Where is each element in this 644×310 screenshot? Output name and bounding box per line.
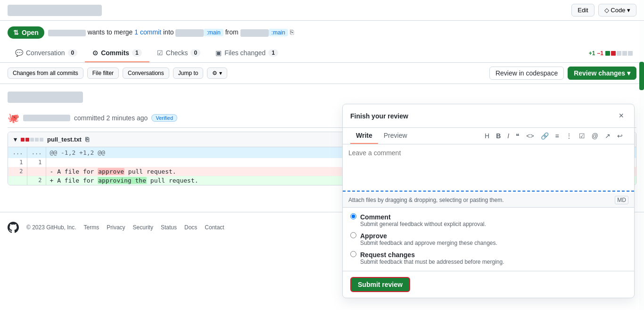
review-codespace-button[interactable]: Review in codespace <box>489 67 564 80</box>
review-tab-write[interactable]: Write <box>350 128 378 144</box>
heading-icon[interactable]: H <box>483 131 491 141</box>
commit-count-link[interactable]: 1 commit <box>134 28 161 36</box>
commits-icon: ⊙ <box>92 49 98 57</box>
review-tabs: Write Preview H B I ❝ <> 🔗 ≡ ⋮ ☑ @ ↗ ↩ <box>343 128 634 144</box>
ref-icon[interactable]: ↗ <box>603 131 612 141</box>
review-options: Comment Submit general feedback without … <box>343 208 634 271</box>
top-bar-right: Edit ◇ Code ▾ <box>571 4 636 17</box>
link-icon[interactable]: 🔗 <box>539 131 551 141</box>
open-icon: ⇅ <box>13 29 19 36</box>
bold-icon[interactable]: B <box>494 131 503 141</box>
italic-icon[interactable]: I <box>505 131 511 141</box>
remove-sq <box>21 138 25 142</box>
open-badge: ⇅ Open <box>8 26 44 39</box>
review-footer: Submit review <box>343 271 634 298</box>
changes-from-button[interactable]: Changes from all commits <box>8 67 83 79</box>
approve-title: Approve <box>360 232 497 240</box>
comment-label[interactable]: Comment Submit general feedback without … <box>360 213 486 227</box>
tab-files-changed[interactable]: ▣ Files changed 1 <box>208 44 286 62</box>
diff-sq-gray-1 <box>617 51 621 56</box>
settings-button[interactable]: ⚙ ▾ <box>207 67 227 79</box>
tab-conversation-label: Conversation <box>26 49 65 57</box>
scroll-thumb[interactable] <box>639 62 644 90</box>
footer-privacy[interactable]: Privacy <box>107 224 125 231</box>
quote-icon[interactable]: ❝ <box>514 131 521 141</box>
review-popup-close[interactable]: × <box>616 110 627 122</box>
pr-meta: wants to merge 1 commit into :main from … <box>48 28 294 36</box>
comment-title: Comment <box>360 213 486 221</box>
edit-button[interactable]: Edit <box>571 4 594 17</box>
copyright-text: © 2023 GitHub, Inc. <box>26 224 76 231</box>
copy-file-icon[interactable]: ⎘ <box>85 136 89 143</box>
review-popup-header: Finish your review × <box>343 104 634 128</box>
hunk-new-num: ... <box>27 147 46 158</box>
tab-commits[interactable]: ⊙ Commits 1 <box>85 44 149 62</box>
tab-files-label: Files changed <box>224 49 265 57</box>
diff-toolbar: Changes from all commits File filter Con… <box>0 63 644 84</box>
tab-checks-badge: 0 <box>190 49 200 57</box>
conversations-button[interactable]: Conversations <box>123 67 169 79</box>
tab-checks-label: Checks <box>166 49 188 57</box>
commit-name-blur <box>23 115 70 121</box>
copy-icon[interactable]: ⎘ <box>290 28 294 36</box>
tab-commits-badge: 1 <box>132 49 142 57</box>
undo-icon[interactable]: ↩ <box>615 131 625 141</box>
review-textarea[interactable] <box>343 144 634 192</box>
removed-old-num: 2 <box>8 167 27 176</box>
author-blur <box>48 30 86 36</box>
file-filter-button[interactable]: File filter <box>87 67 119 79</box>
jump-to-button[interactable]: Jump to <box>173 67 204 79</box>
code-button[interactable]: ◇ Code ▾ <box>598 4 636 17</box>
request-changes-label[interactable]: Request changes Submit feedback that mus… <box>360 251 504 265</box>
comment-radio[interactable] <box>350 213 356 219</box>
review-attach-area: Attach files by dragging & dropping, sel… <box>343 193 634 208</box>
pr-status-row: ⇅ Open wants to merge 1 commit into :mai… <box>0 21 644 44</box>
footer-status[interactable]: Status <box>161 224 177 231</box>
attach-text: Attach files by dragging & dropping, sel… <box>348 197 504 203</box>
wants-to-merge: wants to merge <box>88 28 133 36</box>
review-option-request-changes: Request changes Submit feedback that mus… <box>350 251 627 265</box>
tab-checks[interactable]: ☑ Checks 0 <box>149 44 208 62</box>
tab-conversation-badge: 0 <box>68 49 78 57</box>
approve-label[interactable]: Approve Submit feedback and approve merg… <box>360 232 497 246</box>
review-changes-button[interactable]: Review changes ▾ <box>568 67 636 80</box>
ordered-list-icon[interactable]: ⋮ <box>564 131 574 141</box>
footer-security[interactable]: Security <box>133 224 153 231</box>
tab-commits-label: Commits <box>101 49 129 57</box>
review-tab-preview[interactable]: Preview <box>378 128 413 144</box>
base-branch-tag: :main <box>204 29 223 36</box>
scrollbar[interactable] <box>639 0 644 310</box>
collapse-icon[interactable]: ▾ <box>14 136 17 143</box>
approve-radio[interactable] <box>350 232 356 238</box>
conversation-icon: 💬 <box>15 49 23 57</box>
submit-review-button[interactable]: Submit review <box>350 277 410 292</box>
into-text: into <box>163 28 174 36</box>
footer-docs[interactable]: Docs <box>184 224 197 231</box>
hunk-old-num: ... <box>8 147 27 158</box>
diff-sq-green-1 <box>605 51 610 56</box>
task-list-icon[interactable]: ☑ <box>577 131 587 141</box>
review-popup: Finish your review × Write Preview H B I… <box>342 104 635 298</box>
md-icon: MD <box>615 196 628 204</box>
diff-sq-red-1 <box>611 51 616 56</box>
unordered-list-icon[interactable]: ≡ <box>553 131 561 141</box>
verified-badge: Verified <box>151 114 177 122</box>
head-branch-blur <box>240 29 269 37</box>
tab-conversation[interactable]: 💬 Conversation 0 <box>8 44 85 62</box>
checks-icon: ☑ <box>157 49 163 57</box>
added-old-num <box>8 176 27 185</box>
code-icon[interactable]: <> <box>524 131 536 141</box>
gray-sq3 <box>40 138 43 142</box>
added-new-num: 2 <box>27 176 46 185</box>
footer-contact[interactable]: Contact <box>205 224 224 231</box>
removed-new-num <box>27 167 46 176</box>
remove-sq2 <box>25 138 29 142</box>
request-changes-radio[interactable] <box>350 251 356 257</box>
mention-icon[interactable]: @ <box>590 131 600 141</box>
diff-sq-gray-3 <box>628 51 633 56</box>
from-text: from <box>225 28 239 36</box>
footer-terms[interactable]: Terms <box>84 224 99 231</box>
open-label: Open <box>22 29 39 36</box>
approve-desc: Submit feedback and approve merging thes… <box>360 240 497 246</box>
review-popup-title: Finish your review <box>350 112 408 120</box>
